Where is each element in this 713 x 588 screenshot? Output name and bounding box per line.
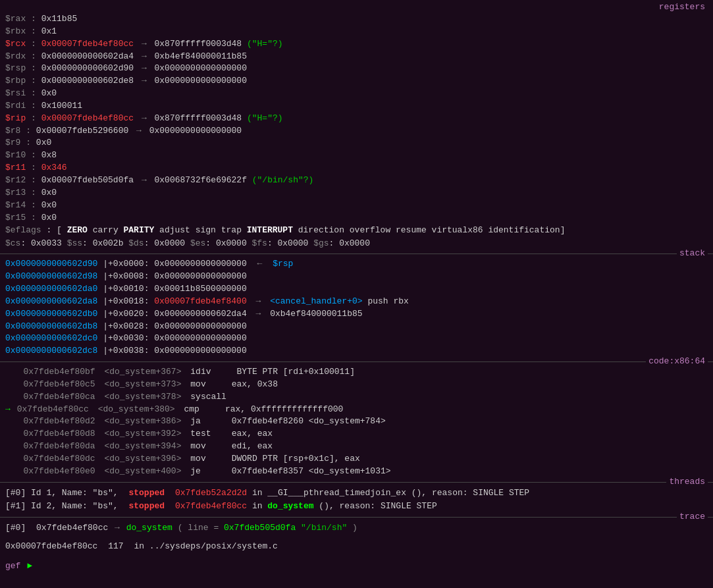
- code-line-mov2: 0x7fdeb4ef80da <do_system+394> mov edi, …: [5, 441, 708, 453]
- stack-line-0: 0x0000000000602d90 |+0x0000: 0x000000000…: [5, 258, 708, 271]
- reg-rbp-target: 0x0000000000000000: [155, 76, 247, 86]
- code-line-mov1: 0x7fdeb4ef80c5 <do_system+373> mov eax, …: [5, 379, 708, 391]
- registers-panel: registers $rax : 0x11b85 $rbx : 0x1 $rcx…: [0, 0, 713, 252]
- trace-line-0: [#0] 0x7fdeb4ef80cc → do_system ( line =…: [5, 521, 708, 535]
- reg-rcx: $rcx : 0x00007fdeb4ef80cc → 0x870fffff00…: [5, 38, 708, 51]
- reg-rip-target: 0x870fffff0003d48: [155, 113, 247, 123]
- code-line-idiv: 0x7fdeb4ef80bf <do_system+367> idiv BYTE…: [5, 366, 708, 379]
- source-line-0: 0x00007fdeb4ef80cc 117 in ../sysdeps/pos…: [5, 540, 708, 553]
- code-panel: 0x7fdeb4ef80bf <do_system+367> idiv BYTE…: [0, 363, 713, 481]
- threads-divider: threads: [0, 482, 713, 483]
- reg-rcx-string: ("H="?): [247, 39, 283, 49]
- trace-divider: trace: [0, 517, 713, 518]
- reg-rip: $rip : 0x00007fdeb4ef80cc → 0x870fffff00…: [5, 113, 708, 125]
- reg-r9: $r9 : 0x0: [5, 137, 708, 149]
- thread-0: [#0] Id 1, Name: "bs", stopped 0x7fdeb52…: [5, 487, 708, 500]
- reg-rip-string: ("H="?): [247, 113, 283, 123]
- prompt-arrow: ►: [27, 561, 32, 571]
- trace-panel: [#0] 0x7fdeb4ef80cc → do_system ( line =…: [0, 519, 713, 537]
- reg-rcx-name: $rcx: [5, 39, 26, 49]
- reg-r14-val: 0x0: [41, 200, 57, 210]
- reg-rdi: $rdi : 0x100011: [5, 100, 708, 113]
- reg-r15: $r15 : 0x0: [5, 212, 708, 225]
- code-line-cmp-current: → 0x7fdeb4ef80cc <do_system+380> cmp rax…: [5, 404, 708, 416]
- reg-r11: $r11 : 0x346: [5, 162, 708, 174]
- code-label: code:x86:64: [646, 356, 708, 366]
- reg-r8-target: 0x0000000000000000: [149, 126, 242, 136]
- code-line-ja: 0x7fdeb4ef80d2 <do_system+386> ja 0x7fde…: [5, 415, 708, 428]
- prompt-panel: gef ►: [0, 556, 713, 575]
- thread-1: [#1] Id 2, Name: "bs", stopped 0x7fdeb4e…: [5, 500, 708, 513]
- seg-line: $cs: 0x0033 $ss: 0x002b $ds: 0x0000 $es:…: [5, 237, 708, 250]
- reg-r8-name: $r8: [5, 126, 26, 136]
- reg-rsp-val: 0x0000000000602d90: [41, 63, 134, 73]
- reg-rdx-name: $rdx: [5, 51, 26, 61]
- code-line-mov3: 0x7fdeb4ef80dc <do_system+396> mov DWORD…: [5, 453, 708, 466]
- reg-rax-val: 0x11b85: [41, 14, 78, 24]
- reg-r9-val: 0x0: [36, 138, 51, 147]
- reg-rbx: $rbx : 0x1: [5, 26, 708, 38]
- reg-rcx-target: 0x870fffff0003d48: [155, 39, 247, 49]
- reg-r12-val: 0x00007fdeb505d0fa: [41, 175, 134, 185]
- reg-rsp: $rsp : 0x0000000000602d90 → 0x0000000000…: [5, 63, 708, 75]
- stack-line-7: 0x0000000000602dc8 |+0x0038: 0x000000000…: [5, 345, 708, 358]
- reg-rsp-name: $rsp: [5, 63, 26, 73]
- reg-rbp-val: 0x0000000000602de8: [41, 76, 134, 86]
- reg-rbp: $rbp : 0x0000000000602de8 → 0x0000000000…: [5, 75, 708, 88]
- code-divider: code:x86:64: [0, 361, 713, 362]
- prompt-line: gef ►: [5, 560, 708, 573]
- reg-rbp-name: $rbp: [5, 76, 26, 86]
- stack-divider: stack: [0, 254, 713, 254]
- reg-r15-name: $r15: [5, 213, 26, 223]
- reg-rsi: $rsi : 0x0: [5, 88, 708, 100]
- stack-line-3: 0x0000000000602da8 |+0x0018: 0x00007fdeb…: [5, 296, 708, 308]
- threads-panel: [#0] Id 1, Name: "bs", stopped 0x7fdeb52…: [0, 484, 713, 516]
- reg-r9-name: $r9: [5, 138, 26, 147]
- reg-r12-string: ("/bin/sh"?): [252, 175, 314, 185]
- reg-rdx-val: 0x0000000000602da4: [41, 51, 134, 61]
- main-container: registers $rax : 0x11b85 $rbx : 0x1 $rcx…: [0, 0, 713, 588]
- stack-line-4: 0x0000000000602db0 |+0x0020: 0x000000000…: [5, 308, 708, 321]
- reg-r8: $r8 : 0x00007fdeb5296600 → 0x00000000000…: [5, 125, 708, 138]
- reg-r14: $r14 : 0x0: [5, 200, 708, 212]
- stack-line-6: 0x0000000000602dc0 |+0x0030: 0x000000000…: [5, 333, 708, 345]
- reg-r13: $r13 : 0x0: [5, 187, 708, 200]
- prompt-label: gef: [5, 561, 20, 571]
- threads-label: threads: [666, 477, 708, 487]
- reg-rdi-name: $rdi: [5, 101, 26, 111]
- stack-panel: 0x0000000000602d90 |+0x0000: 0x000000000…: [0, 255, 713, 360]
- stack-line-1: 0x0000000000602d98 |+0x0008: 0x000000000…: [5, 271, 708, 283]
- reg-r8-val: 0x00007fdeb5296600: [36, 126, 128, 136]
- reg-rip-name: $rip: [5, 113, 26, 123]
- stack-label: stack: [677, 248, 708, 258]
- reg-rip-val: 0x00007fdeb4ef80cc: [41, 113, 134, 123]
- reg-rdi-val: 0x100011: [41, 101, 82, 111]
- reg-rbx-name: $rbx: [5, 26, 26, 36]
- trace-label: trace: [677, 512, 708, 521]
- code-line-test: 0x7fdeb4ef80d8 <do_system+392> test eax,…: [5, 428, 708, 441]
- reg-rbx-val: 0x1: [41, 26, 57, 36]
- code-line-je: 0x7fdeb4ef80e0 <do_system+400> je 0x7fde…: [5, 466, 708, 478]
- reg-r10: $r10 : 0x8: [5, 149, 708, 162]
- reg-r10-name: $r10: [5, 150, 26, 160]
- reg-r13-name: $r13: [5, 188, 26, 198]
- reg-r12-target: 0x0068732f6e69622f: [155, 175, 252, 185]
- reg-rsp-target: 0x0000000000000000: [155, 63, 247, 73]
- stack-line-5: 0x0000000000602db8 |+0x0028: 0x000000000…: [5, 321, 708, 333]
- code-line-syscall: 0x7fdeb4ef80ca <do_system+378> syscall: [5, 391, 708, 404]
- eflags-line: $eflags : [ ZERO carry PARITY adjust sig…: [5, 224, 708, 237]
- stack-line-2: 0x0000000000602da0 |+0x0010: 0x00011b850…: [5, 283, 708, 296]
- reg-r12-name: $r12: [5, 175, 26, 185]
- registers-label: registers: [5, 1, 708, 13]
- reg-r12: $r12 : 0x00007fdeb505d0fa → 0x0068732f6e…: [5, 174, 708, 187]
- source-panel: 0x00007fdeb4ef80cc 117 in ../sysdeps/pos…: [0, 537, 713, 556]
- reg-r13-val: 0x0: [41, 188, 57, 198]
- reg-r11-val: 0x346: [41, 163, 67, 173]
- reg-rax: $rax : 0x11b85: [5, 13, 708, 26]
- reg-r11-name: $r11: [5, 163, 26, 173]
- reg-rdx-target: 0xb4ef840000011b85: [155, 51, 247, 61]
- reg-rax-name: $rax: [5, 14, 26, 24]
- reg-rsi-name: $rsi: [5, 88, 26, 98]
- reg-rdx: $rdx : 0x0000000000602da4 → 0xb4ef840000…: [5, 51, 708, 63]
- reg-r15-val: 0x0: [41, 213, 57, 223]
